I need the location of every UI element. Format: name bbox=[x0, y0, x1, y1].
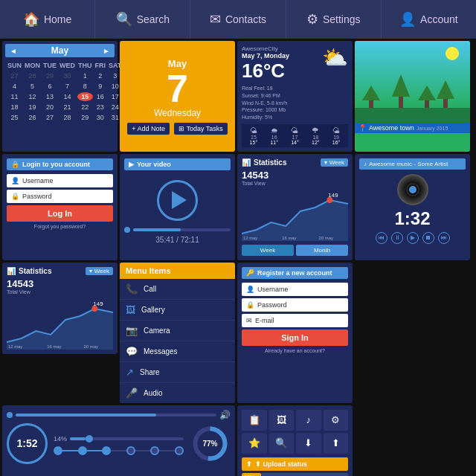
reg-username-input[interactable]: 👤 Username bbox=[242, 283, 348, 296]
cal-day[interactable]: 16 bbox=[94, 92, 107, 101]
username-input-container[interactable]: 👤 Username bbox=[7, 174, 113, 187]
nav-search[interactable]: 🔍 Search bbox=[95, 0, 190, 39]
music-header: ♪ Awesome music - Some Artist bbox=[359, 158, 466, 170]
forgot-password-link[interactable]: Forgot you password? bbox=[7, 224, 113, 229]
menu-item[interactable]: 📷Camera bbox=[120, 321, 235, 341]
week-button[interactable]: Week bbox=[242, 245, 294, 256]
cal-day[interactable]: 30 bbox=[59, 71, 76, 80]
audio-bar[interactable] bbox=[16, 414, 216, 416]
small-week-badge[interactable]: ▾ Week bbox=[86, 267, 113, 275]
step-3[interactable] bbox=[102, 446, 111, 455]
today-tasks-button[interactable]: ⊞ Today Tasks bbox=[174, 123, 228, 135]
already-account-link[interactable]: Already have an account? bbox=[242, 348, 348, 353]
pause-button[interactable]: ⏸ bbox=[391, 232, 403, 244]
step-5[interactable] bbox=[150, 446, 159, 455]
cal-next[interactable]: ► bbox=[103, 47, 110, 55]
password-input-container[interactable]: 🔒 Password bbox=[7, 190, 113, 203]
month-button[interactable]: Month bbox=[296, 245, 348, 256]
cal-day[interactable]: 23 bbox=[94, 103, 107, 112]
menu-item-label: Share bbox=[140, 368, 160, 376]
upload-pct: 18% bbox=[244, 473, 254, 476]
forecast-day: 🌤1515° bbox=[244, 126, 263, 145]
status-icon-search[interactable]: 🔍 bbox=[269, 433, 295, 454]
weather-temp: 16°C bbox=[242, 60, 289, 83]
step-1[interactable] bbox=[54, 446, 62, 455]
prev-button[interactable]: ⏮ bbox=[376, 232, 387, 244]
status-icon-star[interactable]: ⭐ bbox=[242, 433, 267, 454]
status-icon-download[interactable]: ⬇ bbox=[296, 433, 321, 454]
cal-day[interactable]: 27 bbox=[7, 71, 22, 80]
menu-item[interactable]: ↗Share bbox=[120, 362, 235, 383]
cal-day[interactable]: 27 bbox=[42, 113, 57, 122]
status-icon-upload[interactable]: ⬆ bbox=[324, 433, 349, 454]
cal-prev[interactable]: ◄ bbox=[10, 47, 17, 55]
big-stats-total: 14543 Total View bbox=[242, 170, 348, 186]
cal-day[interactable]: 1 bbox=[77, 71, 93, 80]
week-badge-button[interactable]: ▾ Week bbox=[321, 158, 348, 167]
cal-day[interactable]: 12 bbox=[24, 92, 41, 101]
slider-track[interactable] bbox=[70, 437, 184, 440]
donut-chart: 77% bbox=[190, 423, 231, 464]
cal-day[interactable]: 8 bbox=[77, 82, 93, 91]
cal-day[interactable]: 29 bbox=[77, 113, 93, 122]
upload-status-button[interactable]: ⬆ ⬆ Upload status bbox=[242, 457, 348, 471]
cal-day[interactable]: 29 bbox=[42, 71, 57, 80]
cal-day[interactable]: 20 bbox=[42, 103, 57, 112]
play-button[interactable] bbox=[157, 180, 198, 221]
step-4[interactable] bbox=[126, 446, 135, 455]
menu-item-label: Call bbox=[144, 285, 156, 293]
nav-home[interactable]: 🏠 Home bbox=[0, 0, 95, 39]
cal-day[interactable]: 28 bbox=[59, 113, 76, 122]
cal-day[interactable]: 19 bbox=[24, 103, 41, 112]
cal-day[interactable]: 18 bbox=[7, 103, 22, 112]
status-icon-music[interactable]: ♪ bbox=[296, 410, 321, 431]
play-button-music[interactable]: ▶ bbox=[407, 232, 419, 244]
cal-day[interactable]: 2 bbox=[94, 71, 107, 80]
cal-day[interactable]: 25 bbox=[7, 113, 22, 122]
cal-day[interactable]: 13 bbox=[42, 92, 57, 101]
step-6[interactable] bbox=[175, 446, 184, 455]
nav-contacts[interactable]: ✉ Contacts bbox=[190, 0, 286, 39]
nav-settings[interactable]: ⚙ Settings bbox=[286, 0, 382, 39]
scenic-ground bbox=[355, 108, 470, 123]
menu-item[interactable]: 🖼Gallery bbox=[120, 300, 235, 321]
login-header-text: Login to you account bbox=[22, 161, 90, 168]
cal-day[interactable]: 6 bbox=[42, 82, 57, 91]
svg-text:77%: 77% bbox=[202, 440, 217, 448]
menu-item[interactable]: 💬Messages bbox=[120, 341, 235, 362]
cal-day[interactable]: 21 bbox=[59, 103, 76, 112]
cal-day[interactable]: 7 bbox=[59, 82, 76, 91]
cal-day[interactable]: 11 bbox=[7, 92, 22, 101]
signin-button[interactable]: Sign In bbox=[242, 329, 348, 346]
reg-email-placeholder: E-mail bbox=[255, 317, 274, 324]
status-icon-docs[interactable]: 📋 bbox=[242, 410, 267, 431]
cal-day[interactable]: 9 bbox=[94, 82, 107, 91]
status-icon-gallery[interactable]: 🖼 bbox=[269, 410, 295, 431]
cal-day[interactable]: 22 bbox=[77, 103, 93, 112]
register-header-text: Register a new account bbox=[257, 269, 332, 277]
next-button[interactable]: ⏭ bbox=[438, 232, 450, 244]
menu-item[interactable]: 📞Call bbox=[120, 279, 235, 300]
register-widget: 🔑 Register a new account 👤 Username 🔒 Pa… bbox=[237, 263, 353, 403]
volume-icon[interactable]: 🔊 bbox=[219, 410, 231, 420]
stop-button[interactable]: ⏹ bbox=[422, 232, 434, 244]
add-note-button[interactable]: + Add Note bbox=[127, 123, 170, 135]
slider-row: 14% bbox=[54, 435, 184, 443]
cal-day[interactable]: 26 bbox=[24, 113, 41, 122]
menu-item[interactable]: 🎤Audio bbox=[120, 383, 235, 403]
cal-day[interactable]: 28 bbox=[24, 71, 41, 80]
reg-password-input[interactable]: 🔒 Password bbox=[242, 298, 348, 312]
cal-day[interactable]: 15 bbox=[77, 92, 93, 101]
login-button[interactable]: Log In bbox=[7, 205, 113, 222]
time-circle: 1:52 bbox=[7, 423, 48, 464]
slider-thumb[interactable] bbox=[86, 435, 93, 443]
nav-account[interactable]: 👤 Account bbox=[382, 0, 476, 39]
cal-day[interactable]: 5 bbox=[24, 82, 41, 91]
status-icon-settings[interactable]: ⚙ bbox=[324, 410, 349, 431]
video-progress-bar[interactable] bbox=[133, 228, 231, 231]
cal-day[interactable]: 30 bbox=[94, 113, 107, 122]
reg-email-input[interactable]: ✉ E-mail bbox=[242, 314, 348, 327]
cal-day[interactable]: 14 bbox=[59, 92, 76, 101]
step-2[interactable] bbox=[78, 446, 87, 455]
cal-day[interactable]: 4 bbox=[7, 82, 22, 91]
